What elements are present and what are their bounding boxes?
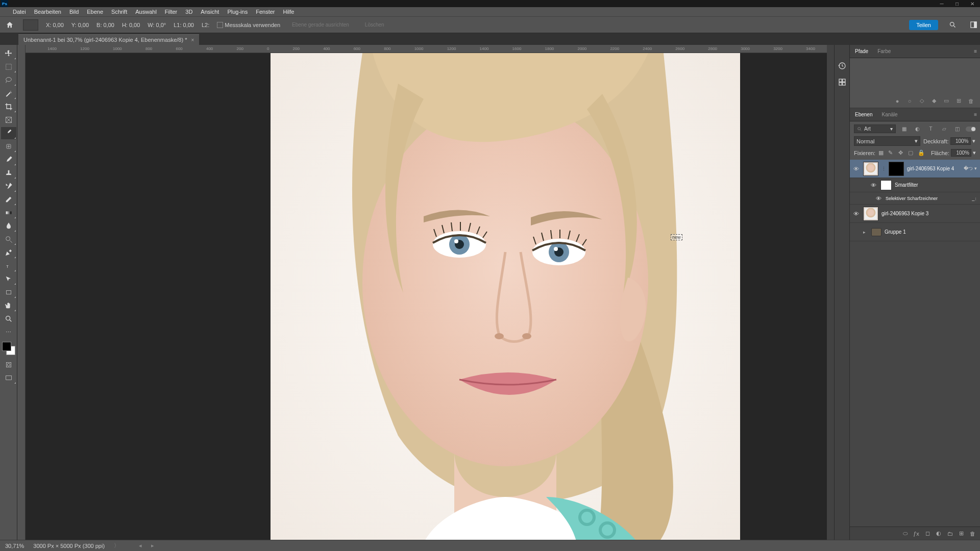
blur-tool[interactable] (1, 220, 16, 232)
menu-fenster[interactable]: Fenster (252, 9, 278, 15)
blend-mode-select[interactable]: Normal▾ (854, 136, 920, 146)
path-combine-icon[interactable]: ◆ (930, 97, 938, 105)
filter-expand-icon[interactable]: �つ ▾ (964, 165, 977, 172)
lock-position-icon[interactable]: ✥ (898, 149, 905, 157)
filter-pixel-icon[interactable]: ▦ (900, 126, 908, 133)
healing-brush-tool[interactable] (1, 140, 16, 153)
tab-pfade[interactable]: Pfade (854, 46, 869, 56)
share-button[interactable]: Teilen (909, 20, 938, 30)
tab-kanaele[interactable]: Kanäle (880, 110, 898, 119)
panel-menu-icon[interactable]: ≡ (974, 48, 977, 54)
delete-layer-icon[interactable]: 🗑 (969, 530, 976, 537)
lock-pixels-icon[interactable]: ✎ (888, 149, 895, 157)
move-tool[interactable] (1, 47, 16, 60)
fill-input[interactable] (951, 149, 971, 157)
visibility-eye-icon[interactable]: 👁 (852, 210, 860, 218)
layer-thumbnail[interactable] (863, 207, 878, 221)
rectangle-tool[interactable] (1, 286, 16, 298)
fill-path-icon[interactable]: ● (893, 97, 901, 105)
lock-all-icon[interactable]: 🔒 (918, 149, 925, 157)
edit-toolbar-icon[interactable]: ⋯ (1, 326, 16, 338)
menu-auswahl[interactable]: Auswahl (132, 9, 160, 15)
pen-tool[interactable] (1, 246, 16, 259)
eraser-tool[interactable] (1, 193, 16, 206)
lock-transparency-icon[interactable]: ▦ (878, 149, 885, 157)
fill-field[interactable]: Fläche: ▾ (931, 149, 976, 157)
lasso-tool[interactable] (1, 74, 16, 86)
option-measure-scale[interactable]: Messskala verwenden (217, 22, 280, 28)
maximize-button[interactable]: □ (949, 0, 965, 7)
menu-bearbeiten[interactable]: Bearbeiten (31, 9, 65, 15)
home-icon[interactable] (4, 19, 15, 31)
layer-name[interactable]: girl-2406963 Kopie 3 (881, 211, 980, 216)
gradient-tool[interactable] (1, 207, 16, 219)
minimize-button[interactable]: ─ (934, 0, 949, 7)
brush-tool[interactable] (1, 154, 16, 166)
layer-mask-icon[interactable]: ◻ (924, 530, 931, 537)
type-tool[interactable]: T (1, 260, 16, 272)
visibility-eye-icon[interactable]: 👁 (869, 181, 877, 189)
magic-wand-tool[interactable] (1, 87, 16, 99)
layer-name[interactable]: Gruppe 1 (885, 229, 980, 235)
layer-filter-kind[interactable]: Art ▾ (854, 124, 896, 133)
scroll-right-icon[interactable]: ▸ (151, 542, 154, 549)
filter-adjustment-icon[interactable]: ◐ (914, 126, 921, 133)
adjustment-layer-icon[interactable]: ◐ (935, 530, 942, 537)
properties-panel-icon[interactable] (837, 77, 848, 88)
layer-link-icon[interactable]: ⋮ (881, 166, 886, 171)
filter-shape-icon[interactable]: ▱ (941, 126, 948, 133)
clone-stamp-tool[interactable] (1, 167, 16, 179)
visibility-eye-icon[interactable]: 👁 (852, 165, 860, 173)
menu-ebene[interactable]: Ebene (83, 9, 107, 15)
document-tab[interactable]: Unbenannt-1 bei 30,7% (girl-2406963 Kopi… (18, 34, 199, 45)
hand-tool[interactable] (1, 299, 16, 312)
menu-bild[interactable]: Bild (66, 9, 82, 15)
smartfilter-mask-thumbnail[interactable] (880, 180, 892, 190)
filter-options-icon[interactable]: ⎯⋮ (972, 196, 977, 201)
path-selection-icon[interactable]: ◇ (918, 97, 926, 105)
zoom-level[interactable]: 30,71% (5, 543, 24, 549)
opacity-field[interactable]: Deckkraft: ▾ (923, 137, 975, 145)
layer-row[interactable]: 👁 Selektiver Scharfzeichner ⎯⋮ (850, 192, 980, 205)
menu-schrift[interactable]: Schrift (108, 9, 131, 15)
eyedropper-tool[interactable] (1, 127, 16, 139)
workspace-icon[interactable] (968, 20, 978, 30)
menu-hilfe[interactable]: Hilfe (279, 9, 298, 15)
close-tab-icon[interactable]: × (191, 37, 194, 43)
layer-row[interactable]: ▸ Gruppe 1 (850, 223, 980, 241)
scroll-left-icon[interactable]: ◂ (139, 542, 142, 549)
filter-toggle[interactable] (966, 127, 976, 132)
lock-artboard-icon[interactable]: ▢ (908, 149, 915, 157)
menu-ansicht[interactable]: Ansicht (197, 9, 223, 15)
foreground-color-swatch[interactable] (2, 342, 11, 351)
layer-group-icon[interactable]: 🗀 (946, 530, 953, 537)
layer-row[interactable]: 👁 girl-2406963 Kopie 3 (850, 205, 980, 223)
mask-path-icon[interactable]: ▭ (942, 97, 950, 105)
canvas[interactable]: new (26, 53, 827, 540)
opacity-input[interactable] (950, 137, 971, 145)
layer-fx-icon[interactable]: ƒx (913, 530, 920, 537)
frame-tool[interactable] (1, 114, 16, 126)
color-swatches[interactable] (2, 342, 15, 355)
screen-mode-icon[interactable] (1, 372, 16, 384)
marquee-tool[interactable] (1, 61, 16, 73)
info-arrow-icon[interactable]: 〉 (114, 542, 119, 549)
tool-preset-picker[interactable] (23, 19, 38, 31)
new-path-icon[interactable]: ⊞ (954, 97, 963, 105)
folder-icon[interactable] (871, 228, 881, 236)
vertical-scrollbar[interactable] (827, 45, 834, 540)
checkbox-icon[interactable] (217, 22, 223, 28)
panel-menu-icon[interactable]: ≡ (974, 112, 977, 117)
history-brush-tool[interactable] (1, 180, 16, 192)
filter-smart-icon[interactable]: ◫ (954, 126, 961, 133)
path-selection-tool[interactable] (1, 273, 16, 285)
layer-row[interactable]: 👁 ⋮ girl-2406963 Kopie 4 �つ ▾ (850, 160, 980, 178)
layer-mask-thumbnail[interactable] (889, 162, 904, 176)
visibility-eye-icon[interactable]: 👁 (874, 194, 883, 203)
stroke-path-icon[interactable]: ○ (905, 97, 914, 105)
zoom-tool[interactable] (1, 313, 16, 325)
filter-type-icon[interactable]: T (927, 126, 934, 133)
new-layer-icon[interactable]: ⊞ (958, 530, 965, 537)
delete-path-icon[interactable]: 🗑 (967, 97, 975, 105)
menu-filter[interactable]: Filter (161, 9, 181, 15)
